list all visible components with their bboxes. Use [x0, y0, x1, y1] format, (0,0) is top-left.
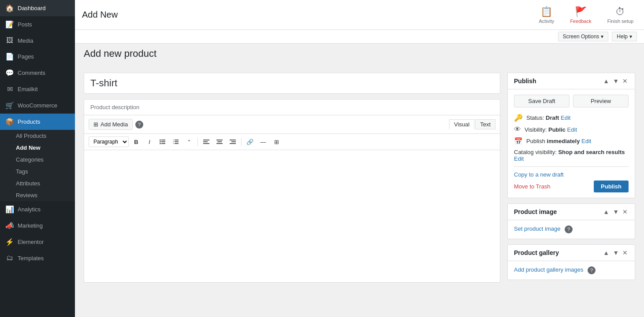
sidebar-item-comments[interactable]: 💬 Comments: [0, 65, 75, 81]
more-button[interactable]: —: [257, 136, 269, 147]
link-button[interactable]: 🔗: [244, 136, 256, 147]
sidebar-item-analytics[interactable]: 📊 Analytics: [0, 201, 75, 217]
topbar-right: 📋 Activity 🚩 Feedback ⏱ Finish setup: [536, 4, 637, 26]
sidebar-item-emailkit[interactable]: ✉ Emailkit: [0, 81, 75, 97]
emailkit-icon: ✉: [5, 85, 14, 93]
sidebar-item-attributes[interactable]: Attributes: [0, 177, 75, 189]
kitchen-sink-button[interactable]: ⊞: [271, 136, 282, 147]
admin-bar: Screen Options ▾ Help ▾: [75, 30, 644, 44]
sidebar-item-label: Dashboard: [18, 5, 46, 11]
sidebar-item-label: Emailkit: [18, 86, 38, 92]
save-draft-button[interactable]: Save Draft: [514, 95, 570, 107]
svg-point-5: [160, 143, 161, 144]
sidebar-item-marketing[interactable]: 📣 Marketing: [0, 217, 75, 234]
text-tab[interactable]: Text: [475, 119, 495, 129]
divider: [514, 166, 629, 167]
svg-rect-0: [161, 140, 165, 140]
bold-button[interactable]: B: [130, 136, 142, 147]
sidebar-item-label: Templates: [18, 255, 44, 262]
sidebar-item-label: Pages: [18, 53, 34, 60]
product-gallery-panel-header: Product gallery ▲ ▼ ✕: [508, 245, 635, 261]
sidebar-item-categories[interactable]: Categories: [0, 154, 75, 166]
gallery-panel-collapse-up[interactable]: ▲: [602, 249, 610, 256]
publish-edit-link[interactable]: Edit: [581, 138, 591, 144]
align-right-button[interactable]: [227, 136, 238, 147]
panel-close-button[interactable]: ✕: [622, 77, 629, 85]
svg-point-3: [160, 140, 161, 141]
help-button[interactable]: Help ▾: [612, 32, 637, 41]
image-panel-close[interactable]: ✕: [622, 208, 629, 215]
italic-button[interactable]: I: [144, 136, 155, 147]
sidebar-item-templates[interactable]: 🗂 Templates: [0, 250, 75, 266]
full-page: Add New 📋 Activity 🚩 Feedback ⏱ Finish s…: [75, 0, 644, 317]
publish-button[interactable]: Publish: [594, 181, 629, 192]
svg-rect-20: [230, 143, 236, 144]
visibility-edit-link[interactable]: Edit: [567, 126, 577, 133]
feedback-icon: 🚩: [575, 6, 587, 18]
unordered-list-button[interactable]: [157, 136, 168, 147]
sidebar-item-media[interactable]: 🖼 Media: [0, 33, 75, 48]
activity-button[interactable]: 📋 Activity: [536, 4, 558, 26]
product-image-panel-body: Set product image ?: [508, 220, 635, 239]
editor-toolbar-row1: ⊞ Add Media ? Visual Text: [84, 115, 500, 134]
align-center-button[interactable]: [214, 136, 225, 147]
svg-rect-18: [230, 140, 236, 140]
image-panel-collapse-down[interactable]: ▼: [612, 208, 620, 215]
svg-rect-1: [161, 141, 165, 142]
editor-box: Product description ⊞ Add Media ? Visual…: [84, 99, 500, 283]
sidebar-item-posts[interactable]: 📝 Posts: [0, 16, 75, 33]
sidebar-item-woocommerce[interactable]: 🛒 WooCommerce: [0, 97, 75, 114]
product-gallery-panel: Product gallery ▲ ▼ ✕ Add product galler…: [507, 244, 635, 280]
visual-tab[interactable]: Visual: [449, 119, 474, 129]
publish-panel: Publish ▲ ▼ ✕ Save Draft Preview 🔑: [507, 73, 635, 198]
set-product-image-link[interactable]: Set product image: [514, 225, 561, 232]
image-panel-collapse-up[interactable]: ▲: [602, 208, 610, 215]
blockquote-button[interactable]: ": [183, 136, 195, 147]
panel-header-controls: ▲ ▼ ✕: [602, 77, 629, 85]
gallery-panel-collapse-down[interactable]: ▼: [612, 249, 620, 256]
trash-link[interactable]: Move to Trash: [514, 183, 550, 190]
toolbar-separator-2: [241, 138, 242, 146]
visibility-row: 👁 Visibility: Public Edit: [514, 125, 629, 133]
product-image-panel: Product image ▲ ▼ ✕ Set product image ?: [507, 203, 635, 239]
templates-icon: 🗂: [5, 254, 14, 262]
product-gallery-help-icon[interactable]: ?: [588, 266, 596, 274]
svg-rect-14: [203, 143, 209, 144]
status-edit-link[interactable]: Edit: [561, 114, 570, 121]
sidebar-item-add-new[interactable]: Add New: [0, 142, 75, 154]
sidebar-item-reviews[interactable]: Reviews: [0, 189, 75, 201]
product-image-help-icon[interactable]: ?: [565, 225, 573, 233]
feedback-button[interactable]: 🚩 Feedback: [566, 4, 595, 26]
sidebar-item-products[interactable]: 📦 Products: [0, 114, 75, 130]
gallery-panel-close[interactable]: ✕: [622, 249, 629, 256]
sidebar-item-elementor[interactable]: ⚡ Elementor: [0, 234, 75, 250]
product-title-input[interactable]: [84, 73, 500, 94]
panel-collapse-up-button[interactable]: ▲: [602, 77, 610, 85]
preview-button[interactable]: Preview: [573, 95, 629, 107]
panel-collapse-down-button[interactable]: ▼: [612, 77, 620, 85]
catalog-edit-link[interactable]: Edit: [514, 155, 524, 162]
svg-rect-6: [175, 140, 179, 140]
publish-date-row: 📅 Publish immediately Edit: [514, 137, 629, 145]
copy-draft-link[interactable]: Copy to a new draft: [514, 171, 629, 178]
paragraph-select[interactable]: Paragraph: [89, 136, 129, 147]
sidebar-item-tags[interactable]: Tags: [0, 166, 75, 177]
add-media-button[interactable]: ⊞ Add Media: [89, 119, 133, 130]
svg-text:3: 3: [173, 142, 174, 144]
visual-text-tabs: Visual Text: [449, 119, 495, 129]
sidebar-item-pages[interactable]: 📄 Pages: [0, 48, 75, 65]
calendar-icon: 📅: [514, 137, 523, 145]
add-gallery-link[interactable]: Add product gallery images: [514, 266, 584, 273]
ordered-list-button[interactable]: 123: [170, 136, 182, 147]
sidebar-item-all-products[interactable]: All Products: [0, 130, 75, 142]
comments-icon: 💬: [5, 69, 14, 77]
publish-panel-body: Save Draft Preview 🔑 Status: Draft Edit …: [508, 89, 635, 198]
screen-options-button[interactable]: Screen Options ▾: [558, 32, 609, 41]
topbar-left: Add New: [82, 10, 118, 20]
sidebar-item-dashboard[interactable]: 🏠 Dashboard: [0, 0, 75, 16]
editor-help-icon[interactable]: ?: [135, 121, 143, 129]
editor-body[interactable]: [84, 150, 500, 282]
finish-setup-button[interactable]: ⏱ Finish setup: [604, 4, 637, 26]
marketing-icon: 📣: [5, 221, 14, 230]
align-left-button[interactable]: [201, 136, 212, 147]
